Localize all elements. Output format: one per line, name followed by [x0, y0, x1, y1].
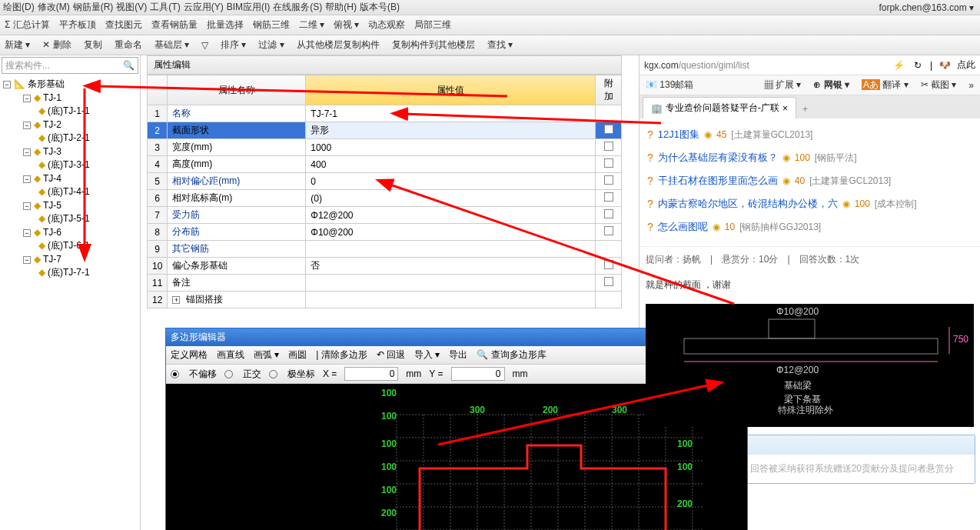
tree-root[interactable]: −📐 条形基础	[2, 77, 138, 92]
btn-import[interactable]: 导入 ▾	[414, 348, 440, 362]
btn-new[interactable]: 新建 ▾	[5, 38, 30, 52]
tree-item-TJ-3[interactable]: −◆TJ-3	[2, 145, 138, 158]
menu-bim[interactable]: BIM应用(I)	[227, 1, 271, 14]
btn-draw-line[interactable]: 画直线	[217, 348, 244, 362]
btn-draw-circle[interactable]: 画圆	[288, 348, 307, 362]
menu-help[interactable]: 帮助(H)	[325, 1, 357, 14]
tree-item-TJ-7[interactable]: −◆TJ-7	[2, 253, 138, 265]
menu-draw[interactable]: 绘图(D)	[3, 1, 35, 14]
btn-filter[interactable]: 过滤 ▾	[258, 38, 284, 52]
click-here[interactable]: 点此	[957, 58, 975, 72]
tree-item-TJ-2[interactable]: −◆TJ-2	[2, 118, 138, 131]
menu-modify[interactable]: 修改(M)	[38, 1, 70, 14]
checkbox[interactable]	[604, 277, 613, 286]
address-bar[interactable]: kgx.com/question/giml/list ⚡ ↻ | 🐶 点此	[639, 55, 980, 75]
prop-row-7[interactable]: 7受力筋Φ12@200	[148, 207, 622, 224]
prop-row-4[interactable]: 4高度(mm)400	[148, 156, 622, 173]
fav-ext[interactable]: ▦ 扩展 ▾	[764, 78, 802, 92]
btn-batch-select[interactable]: 批量选择	[207, 18, 244, 32]
browser-tab[interactable]: 🏢 专业造价问题答疑平台-广联达 ×	[643, 97, 796, 118]
checkbox[interactable]	[604, 226, 613, 235]
tree-leaf-(底)TJ-3-1[interactable]: ◆(底)TJ-3-1	[2, 158, 138, 172]
radio-polar[interactable]	[269, 370, 277, 378]
btn-draw-arc[interactable]: 画弧 ▾	[254, 348, 279, 362]
collapse-icon[interactable]: −	[3, 81, 11, 88]
checkbox[interactable]	[604, 158, 613, 168]
qa-title[interactable]: 内蒙古察哈尔地区，砖混结构办公楼，六	[658, 197, 838, 211]
refresh-icon[interactable]: ↻	[912, 59, 924, 72]
tree-leaf-(底)TJ-5-1[interactable]: ◆(底)TJ-5-1	[2, 212, 138, 226]
dog-icon[interactable]: 🐶	[938, 59, 951, 72]
x-input[interactable]	[344, 367, 398, 381]
menu-tool[interactable]: 工具(T)	[150, 1, 180, 14]
menu-rebar[interactable]: 钢筋量(R)	[73, 1, 114, 14]
tree-leaf-(底)TJ-1-1[interactable]: ◆(底)TJ-1-1	[2, 104, 138, 118]
btn-find[interactable]: 查找图元	[105, 18, 142, 32]
qa-title[interactable]: 干挂石材在图形里面怎么画	[658, 174, 778, 188]
btn-flat[interactable]: 平齐板顶	[59, 18, 96, 32]
btn-query-lib[interactable]: 🔍 查询多边形库	[477, 348, 546, 362]
fav-screenshot[interactable]: ✂ 截图 ▾	[921, 78, 957, 92]
prop-row-9[interactable]: 9其它钢筋	[148, 241, 622, 258]
menu-online[interactable]: 在线服务(S)	[273, 1, 322, 14]
search-input[interactable]: 搜索构件... 🔍	[2, 57, 138, 74]
radio-no-offset[interactable]	[171, 370, 179, 378]
tree-leaf-(底)TJ-4-1[interactable]: ◆(底)TJ-4-1	[2, 185, 138, 199]
btn-view-rebar[interactable]: 查看钢筋量	[151, 18, 198, 32]
checkbox[interactable]	[604, 260, 613, 269]
qa-item[interactable]: ?怎么画图呢 ◉ 10 [钢筋抽样GGJ2013]	[644, 215, 975, 238]
prop-row-5[interactable]: 5相对偏心距(mm)0	[148, 173, 622, 190]
btn-export[interactable]: 导出	[449, 348, 467, 362]
btn-filter-tri[interactable]: ▽	[201, 40, 208, 51]
qa-item[interactable]: ?干挂石材在图形里面怎么画 ◉ 40 [土建算量GCL2013]	[644, 169, 975, 192]
tab-new[interactable]: +	[796, 100, 814, 118]
fav-more[interactable]: »	[968, 80, 974, 91]
fav-bank[interactable]: ⊕ 网银 ▾	[813, 78, 849, 92]
tree-item-TJ-1[interactable]: −◆TJ-1	[2, 92, 138, 104]
prop-row-3[interactable]: 3宽度(mm)1000	[148, 139, 622, 156]
tab-close-icon[interactable]: ×	[782, 103, 788, 114]
prop-row-10[interactable]: 10偏心条形基础否	[148, 258, 622, 275]
btn-clear-poly[interactable]: | 清除多边形	[316, 348, 367, 362]
btn-undo[interactable]: ↶ 回退	[377, 348, 405, 362]
btn-copy-from-floor[interactable]: 从其他楼层复制构件	[297, 38, 380, 52]
fav-139[interactable]: 📧 139邮箱	[646, 78, 693, 92]
prop-row-6[interactable]: 6相对底标高(m)(0)	[148, 190, 622, 207]
menu-cloud[interactable]: 云应用(Y)	[184, 1, 224, 14]
prop-row-1[interactable]: 1名称TJ-7-1	[148, 105, 622, 122]
tree-leaf-(底)TJ-7-1[interactable]: ◆(底)TJ-7-1	[2, 265, 138, 280]
qa-item[interactable]: ?内蒙古察哈尔地区，砖混结构办公楼，六 ◉ 100 [成本控制]	[644, 192, 975, 215]
btn-copy-to-floor[interactable]: 复制构件到其他楼层	[392, 38, 475, 52]
bolt-icon[interactable]: ⚡	[893, 59, 905, 72]
tree-leaf-(底)TJ-2-1[interactable]: ◆(底)TJ-2-1	[2, 131, 138, 145]
y-input[interactable]	[451, 367, 505, 381]
btn-local-3d[interactable]: 局部三维	[414, 18, 451, 32]
tree-item-TJ-4[interactable]: −◆TJ-4	[2, 172, 138, 185]
user-email[interactable]: forpk.chen@163.com ▾	[879, 2, 974, 13]
qa-title[interactable]: 为什么基础层有梁没有板？	[658, 151, 778, 165]
qa-title[interactable]: 怎么画图呢	[658, 220, 708, 234]
prop-row-11[interactable]: 11备注	[148, 275, 622, 292]
btn-search[interactable]: 查找 ▾	[487, 38, 513, 52]
sel-floor[interactable]: 基础层 ▾	[154, 38, 189, 52]
checkbox[interactable]	[604, 209, 613, 218]
btn-rename[interactable]: 重命名	[115, 38, 142, 52]
tree-item-TJ-6[interactable]: −◆TJ-6	[2, 226, 138, 238]
btn-delete[interactable]: ✕ 删除	[42, 38, 71, 52]
prop-row-2[interactable]: 2截面形状异形	[148, 122, 622, 139]
btn-top-view[interactable]: 俯视 ▾	[334, 18, 359, 32]
btn-copy[interactable]: 复制	[84, 38, 102, 52]
qa-title[interactable]: 12J1图集	[658, 128, 699, 142]
checkbox[interactable]	[604, 175, 613, 185]
btn-sum[interactable]: Σ 汇总计算	[5, 18, 50, 32]
qa-item[interactable]: ?为什么基础层有梁没有板？ ◉ 100 [钢筋平法]	[644, 146, 975, 169]
qa-item[interactable]: ?12J1图集 ◉ 45 [土建算量GCL2013]	[644, 123, 975, 146]
checkbox[interactable]	[604, 125, 613, 134]
radio-ortho[interactable]	[224, 370, 233, 378]
tree-item-TJ-5[interactable]: −◆TJ-5	[2, 199, 138, 212]
btn-3d-rebar[interactable]: 钢筋三维	[253, 18, 290, 32]
search-icon[interactable]: 🔍	[123, 60, 135, 71]
checkbox[interactable]	[604, 192, 613, 202]
tree-leaf-(底)TJ-6-1[interactable]: ◆(底)TJ-6-1	[2, 238, 138, 253]
fav-translate[interactable]: Aあ 翻译 ▾	[862, 78, 909, 92]
